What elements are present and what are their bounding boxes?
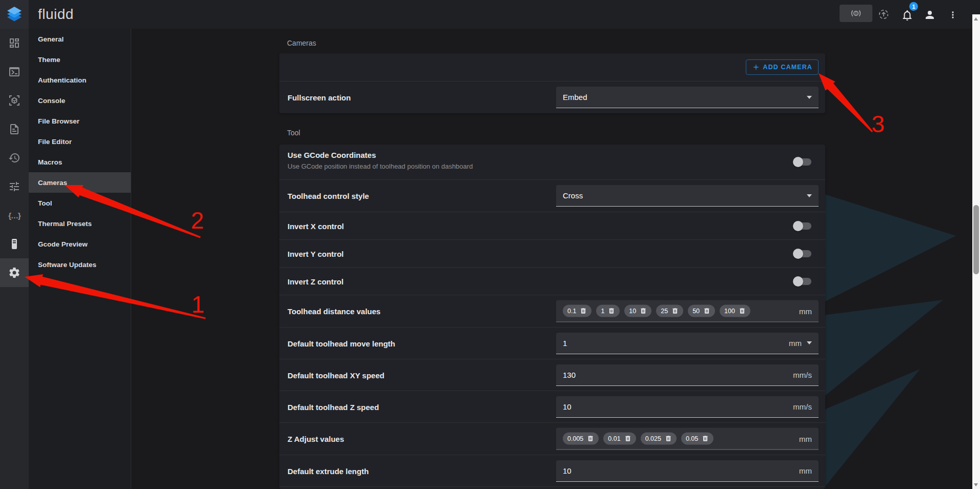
value-chip-0-025[interactable]: 0.025: [641, 433, 677, 445]
rail-item-settings[interactable]: [0, 258, 29, 287]
setting-control: 130mm/s: [556, 359, 819, 391]
value-chip-25[interactable]: 25: [656, 305, 683, 317]
nav-item-software-updates[interactable]: Software Updates: [29, 254, 131, 275]
setting-control: Cross: [556, 180, 819, 212]
trash-icon[interactable]: [587, 435, 594, 442]
chip-value: 50: [692, 308, 700, 315]
rail-item-tune[interactable]: [0, 172, 29, 201]
nav-item-label: Macros: [38, 158, 62, 166]
chips-field-z-adjust-values[interactable]: 0.0050.010.0250.05mm: [556, 428, 819, 450]
nav-item-label: Authentication: [38, 76, 87, 84]
notifications-button[interactable]: [901, 9, 913, 22]
nav-item-console[interactable]: Console: [29, 90, 131, 111]
value-chip-50[interactable]: 50: [688, 305, 715, 317]
toggle-invert-x-control[interactable]: [793, 221, 812, 231]
nav-item-thermal-presets[interactable]: Thermal Presets: [29, 213, 131, 234]
scrollbar-down-arrow[interactable]: [974, 483, 978, 486]
setting-row-invert-y-control: Invert Y control: [279, 239, 825, 267]
nav-item-file-editor[interactable]: File Editor: [29, 131, 131, 152]
nav-item-label: Gcode Preview: [38, 240, 88, 248]
overflow-menu-button[interactable]: [948, 10, 958, 20]
trash-icon[interactable]: [703, 308, 710, 315]
input-value: 1: [563, 339, 567, 348]
chips-field-toolhead-distance-values[interactable]: 0.11102550100mm: [556, 300, 819, 322]
nav-item-tool[interactable]: Tool: [29, 193, 131, 213]
nav-item-gcode-preview[interactable]: Gcode Preview: [29, 234, 131, 254]
rail-item-gcode-preview[interactable]: [0, 86, 29, 115]
scrollbar-up-arrow[interactable]: [974, 17, 978, 21]
toggle-invert-y-control[interactable]: [793, 249, 812, 259]
cameras-card: ADD CAMERAFullscreen actionEmbed: [279, 53, 825, 113]
setting-label: Invert Y control: [288, 249, 343, 258]
nav-item-file-browser[interactable]: File Browser: [29, 111, 131, 131]
fluidd-logo[interactable]: [0, 0, 29, 29]
setting-row-fullscreen-action: Fullscreen actionEmbed: [279, 81, 825, 113]
setting-row-toolhead-control-style: Toolhead control styleCross: [279, 179, 825, 212]
trash-icon[interactable]: [640, 308, 647, 315]
nav-item-authentication[interactable]: Authentication: [29, 70, 131, 90]
toggle-knob: [793, 276, 803, 287]
rail-item-file-browser[interactable]: [0, 115, 29, 144]
toggle-invert-z-control[interactable]: [793, 276, 812, 287]
setting-row-use-gcode-coordinates: Use GCode CoordinatesUse GCode position …: [279, 145, 825, 179]
nav-item-label: General: [38, 35, 64, 43]
setting-label: Toolhead control style: [288, 192, 369, 200]
value-chip-0-1[interactable]: 0.1: [563, 305, 591, 317]
setting-label: Invert Z control: [288, 277, 343, 286]
annotation-arrow-3: [819, 73, 873, 132]
chip-value: 25: [661, 308, 668, 315]
scrollbar-thumb[interactable]: [973, 205, 979, 274]
rail-item-macros[interactable]: {…}: [0, 201, 29, 230]
value-chip-0-005[interactable]: 0.005: [563, 433, 599, 445]
rail-item-dashboard[interactable]: [0, 29, 29, 57]
trash-icon[interactable]: [702, 435, 709, 442]
chip-value: 0.005: [567, 435, 583, 442]
settings-nav: GeneralThemeAuthenticationConsoleFile Br…: [29, 29, 131, 489]
trash-icon[interactable]: [671, 308, 679, 315]
file-browser-icon: [8, 123, 21, 135]
rail-item-history[interactable]: [0, 144, 29, 172]
trash-icon[interactable]: [665, 435, 672, 442]
setting-subtitle: Use GCode position instead of toolhead p…: [288, 162, 473, 170]
nav-item-macros[interactable]: Macros: [29, 152, 131, 172]
value-chip-1[interactable]: 1: [596, 305, 620, 317]
input-value: 130: [563, 371, 576, 379]
setting-row-default-extrude-length: Default extrude length10mm: [279, 455, 825, 486]
select-toolhead-control-style[interactable]: Cross: [556, 185, 819, 207]
unit-label: mm: [789, 339, 802, 348]
value-chip-0-05[interactable]: 0.05: [681, 433, 713, 445]
setting-row-row: [279, 486, 825, 489]
input-default-extrude-length[interactable]: 10mm: [556, 460, 819, 482]
nav-item-cameras[interactable]: Cameras: [29, 172, 131, 193]
add-camera-button[interactable]: ADD CAMERA: [746, 59, 819, 75]
account-button[interactable]: [924, 9, 936, 21]
setting-label: Default toolhead XY speed: [288, 371, 384, 379]
setting-label: Default toolhead move length: [288, 339, 395, 348]
input-default-toolhead-move-length[interactable]: 1mm: [556, 333, 819, 354]
chip-value: 0.1: [567, 308, 576, 315]
rail-item-system[interactable]: [0, 230, 29, 258]
nav-item-theme[interactable]: Theme: [29, 49, 131, 70]
trash-icon[interactable]: [580, 308, 587, 315]
trash-icon[interactable]: [739, 308, 746, 315]
emergency-stop-button[interactable]: [840, 5, 872, 22]
toggle-use-gcode-coordinates[interactable]: [793, 157, 812, 167]
rail-item-console[interactable]: [0, 57, 29, 86]
value-chip-0-01[interactable]: 0.01: [603, 433, 636, 445]
setting-control: 1mm: [556, 328, 819, 359]
value-chip-10[interactable]: 10: [624, 305, 651, 317]
input-default-toolhead-z-speed[interactable]: 10mm/s: [556, 396, 819, 418]
notification-badge: 1: [909, 2, 918, 11]
annotation-number-1: 1: [191, 291, 205, 318]
value-chip-100[interactable]: 100: [720, 305, 750, 317]
setting-label: Fullscreen action: [288, 93, 351, 102]
nav-item-general[interactable]: General: [29, 29, 131, 49]
page-scrollbar: [972, 14, 980, 489]
trash-icon[interactable]: [608, 308, 615, 315]
chip-value: 100: [724, 308, 735, 315]
updates-available-button[interactable]: [877, 8, 890, 21]
setting-row-default-toolhead-z-speed: Default toolhead Z speed10mm/s: [279, 391, 825, 422]
trash-icon[interactable]: [624, 435, 631, 442]
select-fullscreen-action[interactable]: Embed: [556, 87, 819, 108]
input-default-toolhead-xy-speed[interactable]: 130mm/s: [556, 364, 819, 386]
